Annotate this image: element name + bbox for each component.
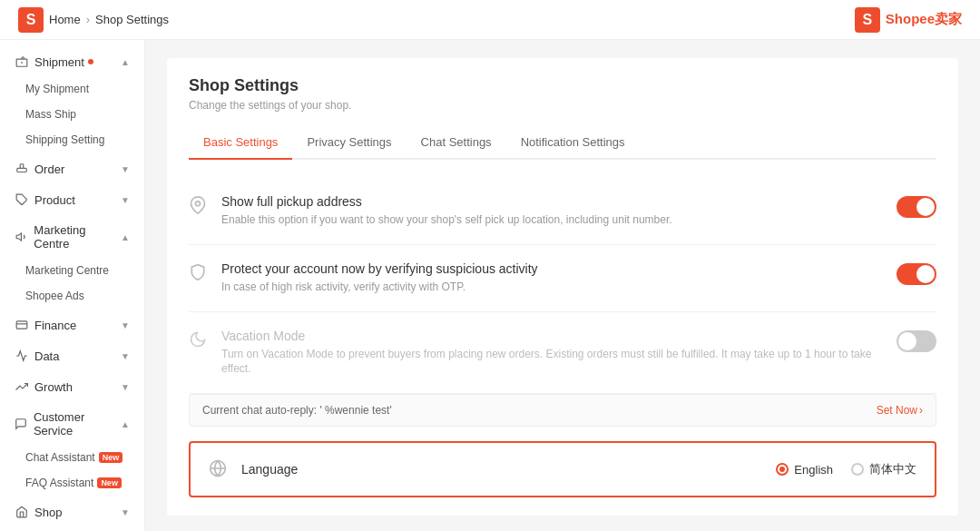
sidebar-section-header-order[interactable]: Order ▼ [0,154,144,183]
sidebar-section-finance: Finance ▼ [0,310,144,339]
chevron-down-icon6: ▼ [121,507,130,517]
sidebar-section-growth-left: Growth [15,379,73,394]
lang-option-simplified-chinese[interactable]: 简体中文 [851,461,916,477]
sidebar-section-header-shop[interactable]: Shop ▼ [0,497,144,526]
sidebar-section-customer-service: Customer Service ▲ Chat Assistant New FA… [0,403,144,496]
toggle-pickup-address[interactable] [897,196,936,218]
product-label: Product [34,193,75,207]
verify-title: Protect your account now by verifying su… [221,261,538,276]
sidebar-section-shop: Shop ▼ [0,497,144,526]
marketing-icon [15,230,28,244]
toggle-vacation[interactable] [897,330,936,352]
cs-label: Customer Service [34,410,121,438]
finance-label: Finance [34,319,76,332]
globe-icon [209,459,229,479]
settings-tabs: Basic Settings Privacy Settings Chat Set… [189,126,936,160]
sidebar-item-mass-ship[interactable]: Mass Ship [0,102,144,127]
toggle-knob-verify [916,265,935,283]
set-now-label: Set Now [877,404,917,417]
sidebar-item-chat-assistant[interactable]: Chat Assistant New [0,445,144,470]
sidebar-section-marketing-left: Marketing Centre [15,223,121,251]
chevron-down-icon3: ▼ [121,320,130,330]
chevron-down-icon4: ▼ [121,351,130,361]
sidebar-item-shipping-setting[interactable]: Shipping Setting [0,127,144,152]
main-content: Shop Settings Change the settings of you… [145,40,980,531]
chevron-down-icon: ▼ [121,164,130,174]
shield-icon [189,263,209,283]
page-subtitle: Change the settings of your shop. [189,99,936,112]
shop-label: Shop [34,506,62,519]
marketing-label: Marketing Centre [34,223,121,251]
sidebar-section-header-product[interactable]: Product ▼ [0,185,144,214]
box-icon [15,54,29,69]
svg-point-8 [196,202,201,206]
sidebar-section-header-finance[interactable]: Finance ▼ [0,310,144,339]
sidebar-section-marketing: Marketing Centre ▲ Marketing Centre Shop… [0,216,144,309]
sidebar-section-order-left: Order [15,162,64,176]
svg-rect-2 [20,164,24,169]
sidebar-section-growth: Growth ▼ [0,372,144,401]
finance-icon [15,318,29,332]
setting-text-vacation: Vacation Mode Turn on Vacation Mode to p… [221,329,897,378]
shipment-dot-badge [88,59,93,64]
sidebar-item-faq-assistant[interactable]: FAQ Assistant New [0,470,144,496]
language-title: Language [241,462,298,477]
sidebar-item-shopee-ads[interactable]: Shopee Ads [0,283,144,309]
sidebar-section-data-left: Data [15,349,59,363]
sidebar-section-header-marketing[interactable]: Marketing Centre ▲ [0,216,144,258]
cs-icon [15,417,28,431]
chat-assistant-new-badge: New [99,452,123,463]
tab-basic-settings[interactable]: Basic Settings [189,126,292,160]
lang-option-english[interactable]: English [776,463,833,477]
sidebar-section-data: Data ▼ [0,341,144,370]
breadcrumb-chevron: › [86,13,90,26]
sidebar-item-marketing-centre[interactable]: Marketing Centre [0,258,144,283]
chevron-right-icon: › [919,404,923,417]
setting-text-verify: Protect your account now by verifying su… [221,261,538,295]
language-options: English 简体中文 [776,461,916,477]
data-label: Data [34,349,59,363]
language-section: Language English 简体中文 [189,441,936,497]
page-title: Shop Settings [189,76,936,95]
chevron-down-icon5: ▼ [121,382,130,392]
setting-text-pickup: Show full pickup address Enable this opt… [221,194,672,228]
sidebar-section-header-cs[interactable]: Customer Service ▲ [0,403,144,445]
faq-assistant-new-badge: New [97,477,122,488]
growth-label: Growth [34,380,73,394]
chevron-up-icon2: ▲ [121,232,130,242]
brand-logo-area: S Shopee卖家 [855,7,962,33]
radio-simplified-chinese[interactable] [851,463,864,476]
sidebar-section-header-data[interactable]: Data ▼ [0,341,144,370]
shipment-label: Shipment [34,55,84,69]
toggle-verify[interactable] [897,263,936,285]
chevron-up-icon: ▲ [121,57,130,67]
content-card: Shop Settings Change the settings of you… [167,58,958,516]
order-icon [15,162,29,176]
sidebar-section-header-growth[interactable]: Growth ▼ [0,372,144,401]
vacation-desc: Turn on Vacation Mode to prevent buyers … [221,347,897,378]
tab-notification-settings[interactable]: Notification Settings [506,126,640,160]
tab-privacy-settings[interactable]: Privacy Settings [292,126,406,160]
set-now-link[interactable]: Set Now › [877,404,923,417]
shop-icon [15,505,29,519]
sidebar-section-product: Product ▼ [0,185,144,214]
setting-info-pickup: Show full pickup address Enable this opt… [189,194,897,228]
setting-info-verify: Protect your account now by verifying su… [189,261,897,295]
moon-icon [189,330,209,350]
svg-rect-5 [16,321,27,329]
radio-english[interactable] [776,463,789,476]
english-label: English [794,463,833,477]
breadcrumb: S Home › Shop Settings [18,7,169,33]
location-icon [189,196,209,216]
main-layout: Shipment ▲ My Shipment Mass Ship Shippin… [0,40,980,531]
header: S Home › Shop Settings S Shopee卖家 [0,0,980,40]
sidebar-item-my-shipment[interactable]: My Shipment [0,76,144,102]
pickup-title: Show full pickup address [221,194,672,209]
tab-chat-settings[interactable]: Chat Settings [407,126,506,160]
auto-reply-bar: Current chat auto-reply: ' %wennie test'… [189,394,936,427]
sidebar-section-header-shipment[interactable]: Shipment ▲ [0,47,144,76]
sidebar-section-shipment: Shipment ▲ My Shipment Mass Ship Shippin… [0,47,144,152]
setting-row-verify: Protect your account now by verifying su… [189,245,936,312]
sidebar-section-shop-left: Shop [15,505,62,519]
breadcrumb-home[interactable]: Home [49,13,81,26]
